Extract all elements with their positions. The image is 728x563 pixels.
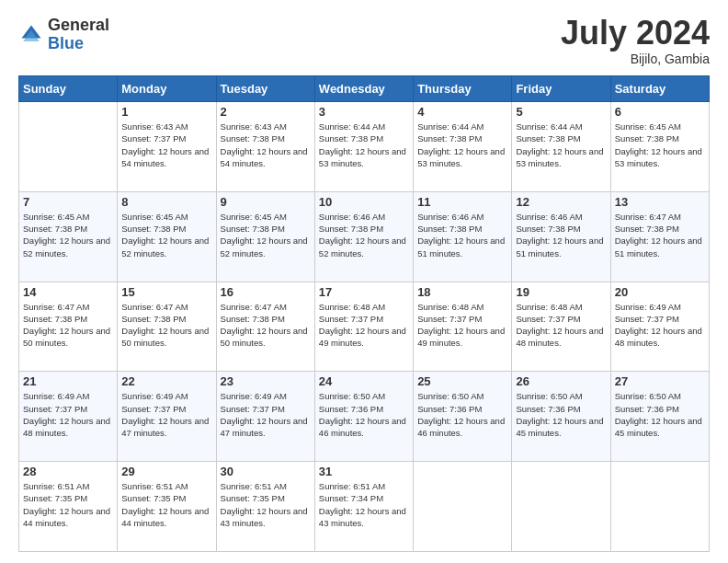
table-row: 16Sunrise: 6:47 AMSunset: 7:38 PMDayligh…: [216, 282, 314, 372]
day-info: Sunrise: 6:45 AMSunset: 7:38 PMDaylight:…: [121, 211, 211, 259]
subtitle: Bijilo, Gambia: [561, 52, 710, 66]
table-row: 8Sunrise: 6:45 AMSunset: 7:38 PMDaylight…: [118, 191, 216, 282]
day-number: 5: [516, 105, 606, 119]
day-info: Sunrise: 6:47 AMSunset: 7:38 PMDaylight:…: [23, 301, 113, 350]
calendar-week-row: 21Sunrise: 6:49 AMSunset: 7:37 PMDayligh…: [19, 372, 710, 462]
day-info: Sunrise: 6:43 AMSunset: 7:37 PMDaylight:…: [121, 121, 211, 169]
col-thursday: Thursday: [414, 76, 512, 102]
table-row: 14Sunrise: 6:47 AMSunset: 7:38 PMDayligh…: [19, 282, 118, 372]
table-row: 21Sunrise: 6:49 AMSunset: 7:37 PMDayligh…: [19, 372, 118, 462]
day-number: 7: [23, 195, 113, 209]
table-row: 17Sunrise: 6:48 AMSunset: 7:37 PMDayligh…: [314, 282, 413, 372]
calendar-week-row: 14Sunrise: 6:47 AMSunset: 7:38 PMDayligh…: [19, 282, 710, 372]
day-number: 21: [23, 374, 113, 388]
calendar-table: Sunday Monday Tuesday Wednesday Thursday…: [18, 75, 710, 552]
day-info: Sunrise: 6:50 AMSunset: 7:36 PMDaylight:…: [319, 390, 409, 439]
table-row: 25Sunrise: 6:50 AMSunset: 7:36 PMDayligh…: [414, 372, 512, 462]
day-info: Sunrise: 6:51 AMSunset: 7:34 PMDaylight:…: [319, 480, 409, 529]
table-row: 11Sunrise: 6:46 AMSunset: 7:38 PMDayligh…: [414, 191, 512, 282]
day-info: Sunrise: 6:46 AMSunset: 7:38 PMDaylight:…: [319, 211, 409, 259]
day-info: Sunrise: 6:49 AMSunset: 7:37 PMDaylight:…: [121, 390, 211, 439]
table-row: 9Sunrise: 6:45 AMSunset: 7:38 PMDaylight…: [216, 191, 314, 282]
day-number: 17: [319, 285, 409, 299]
day-number: 11: [417, 195, 507, 209]
col-wednesday: Wednesday: [314, 76, 413, 102]
day-info: Sunrise: 6:51 AMSunset: 7:35 PMDaylight:…: [23, 480, 113, 529]
table-row: 7Sunrise: 6:45 AMSunset: 7:38 PMDaylight…: [19, 191, 118, 282]
col-tuesday: Tuesday: [216, 76, 314, 102]
table-row: 1Sunrise: 6:43 AMSunset: 7:37 PMDaylight…: [118, 102, 216, 192]
calendar-week-row: 28Sunrise: 6:51 AMSunset: 7:35 PMDayligh…: [19, 462, 710, 552]
day-info: Sunrise: 6:49 AMSunset: 7:37 PMDaylight:…: [23, 390, 113, 439]
table-row: 10Sunrise: 6:46 AMSunset: 7:38 PMDayligh…: [314, 191, 413, 282]
table-row: 15Sunrise: 6:47 AMSunset: 7:38 PMDayligh…: [118, 282, 216, 372]
table-row: 6Sunrise: 6:45 AMSunset: 7:38 PMDaylight…: [610, 102, 709, 192]
day-number: 23: [221, 374, 311, 388]
table-row: 23Sunrise: 6:49 AMSunset: 7:37 PMDayligh…: [216, 372, 314, 462]
table-row: 2Sunrise: 6:43 AMSunset: 7:38 PMDaylight…: [216, 102, 314, 192]
table-row: 28Sunrise: 6:51 AMSunset: 7:35 PMDayligh…: [19, 462, 118, 552]
table-row: [414, 462, 512, 552]
table-row: 29Sunrise: 6:51 AMSunset: 7:35 PMDayligh…: [118, 462, 216, 552]
logo-general-text: General: [48, 17, 109, 35]
day-info: Sunrise: 6:45 AMSunset: 7:38 PMDaylight:…: [615, 121, 705, 169]
day-info: Sunrise: 6:43 AMSunset: 7:38 PMDaylight:…: [221, 121, 311, 169]
table-row: 13Sunrise: 6:47 AMSunset: 7:38 PMDayligh…: [610, 191, 709, 282]
table-row: 19Sunrise: 6:48 AMSunset: 7:37 PMDayligh…: [512, 282, 610, 372]
day-info: Sunrise: 6:50 AMSunset: 7:36 PMDaylight:…: [516, 390, 606, 439]
day-info: Sunrise: 6:47 AMSunset: 7:38 PMDaylight:…: [221, 301, 311, 350]
day-number: 22: [121, 374, 211, 388]
day-number: 3: [319, 105, 409, 119]
page-header: General Blue July 2024 Bijilo, Gambia: [18, 17, 710, 66]
day-number: 9: [221, 195, 311, 209]
day-info: Sunrise: 6:51 AMSunset: 7:35 PMDaylight:…: [121, 480, 211, 529]
logo-icon: [18, 22, 44, 48]
table-row: 26Sunrise: 6:50 AMSunset: 7:36 PMDayligh…: [512, 372, 610, 462]
day-info: Sunrise: 6:47 AMSunset: 7:38 PMDaylight:…: [615, 211, 705, 259]
col-sunday: Sunday: [19, 76, 118, 102]
table-row: 27Sunrise: 6:50 AMSunset: 7:36 PMDayligh…: [610, 372, 709, 462]
day-info: Sunrise: 6:46 AMSunset: 7:38 PMDaylight:…: [516, 211, 606, 259]
table-row: 22Sunrise: 6:49 AMSunset: 7:37 PMDayligh…: [118, 372, 216, 462]
logo-blue-text: Blue: [48, 35, 109, 53]
table-row: 12Sunrise: 6:46 AMSunset: 7:38 PMDayligh…: [512, 191, 610, 282]
day-info: Sunrise: 6:48 AMSunset: 7:37 PMDaylight:…: [319, 301, 409, 350]
day-number: 27: [615, 374, 705, 388]
day-info: Sunrise: 6:48 AMSunset: 7:37 PMDaylight:…: [516, 301, 606, 350]
day-number: 20: [615, 285, 705, 299]
day-number: 19: [516, 285, 606, 299]
calendar-page: General Blue July 2024 Bijilo, Gambia Su…: [0, 0, 728, 563]
logo-text: General Blue: [48, 17, 109, 53]
day-info: Sunrise: 6:49 AMSunset: 7:37 PMDaylight:…: [615, 301, 705, 350]
day-number: 31: [319, 465, 409, 478]
table-row: 24Sunrise: 6:50 AMSunset: 7:36 PMDayligh…: [314, 372, 413, 462]
day-number: 2: [221, 105, 311, 119]
day-info: Sunrise: 6:44 AMSunset: 7:38 PMDaylight:…: [516, 121, 606, 169]
day-info: Sunrise: 6:50 AMSunset: 7:36 PMDaylight:…: [417, 390, 507, 439]
table-row: 3Sunrise: 6:44 AMSunset: 7:38 PMDaylight…: [314, 102, 413, 192]
day-info: Sunrise: 6:46 AMSunset: 7:38 PMDaylight:…: [417, 211, 507, 259]
main-title: July 2024: [561, 17, 710, 50]
day-info: Sunrise: 6:45 AMSunset: 7:38 PMDaylight:…: [23, 211, 113, 259]
day-info: Sunrise: 6:49 AMSunset: 7:37 PMDaylight:…: [221, 390, 311, 439]
day-number: 18: [417, 285, 507, 299]
calendar-week-row: 1Sunrise: 6:43 AMSunset: 7:37 PMDaylight…: [19, 102, 710, 192]
table-row: 31Sunrise: 6:51 AMSunset: 7:34 PMDayligh…: [314, 462, 413, 552]
day-number: 4: [417, 105, 507, 119]
day-number: 1: [121, 105, 211, 119]
logo: General Blue: [18, 17, 109, 53]
col-friday: Friday: [512, 76, 610, 102]
title-block: July 2024 Bijilo, Gambia: [561, 17, 710, 66]
table-row: [19, 102, 118, 192]
day-number: 10: [319, 195, 409, 209]
table-row: 4Sunrise: 6:44 AMSunset: 7:38 PMDaylight…: [414, 102, 512, 192]
day-info: Sunrise: 6:48 AMSunset: 7:37 PMDaylight:…: [417, 301, 507, 350]
calendar-header-row: Sunday Monday Tuesday Wednesday Thursday…: [19, 76, 710, 102]
col-saturday: Saturday: [610, 76, 709, 102]
day-number: 13: [615, 195, 705, 209]
day-number: 28: [23, 465, 113, 478]
table-row: 30Sunrise: 6:51 AMSunset: 7:35 PMDayligh…: [216, 462, 314, 552]
col-monday: Monday: [118, 76, 216, 102]
day-info: Sunrise: 6:44 AMSunset: 7:38 PMDaylight:…: [319, 121, 409, 169]
table-row: [512, 462, 610, 552]
